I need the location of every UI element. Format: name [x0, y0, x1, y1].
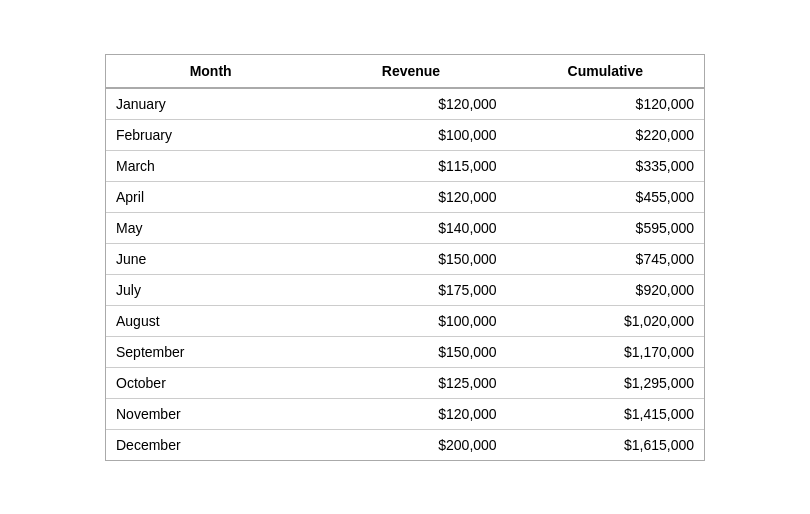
- cell-cumulative: $1,020,000: [507, 305, 704, 336]
- cell-revenue: $150,000: [315, 243, 506, 274]
- table-row: April$120,000$455,000: [106, 181, 704, 212]
- cell-revenue: $150,000: [315, 336, 506, 367]
- cell-month: March: [106, 150, 315, 181]
- cell-month: January: [106, 88, 315, 120]
- cell-month: June: [106, 243, 315, 274]
- cell-month: September: [106, 336, 315, 367]
- cell-month: August: [106, 305, 315, 336]
- cell-month: October: [106, 367, 315, 398]
- cell-cumulative: $1,615,000: [507, 429, 704, 460]
- cell-revenue: $200,000: [315, 429, 506, 460]
- cell-month: April: [106, 181, 315, 212]
- table-row: September$150,000$1,170,000: [106, 336, 704, 367]
- revenue-table: Month Revenue Cumulative January$120,000…: [106, 55, 704, 460]
- cell-revenue: $100,000: [315, 305, 506, 336]
- column-header-month: Month: [106, 55, 315, 88]
- cell-cumulative: $1,415,000: [507, 398, 704, 429]
- table-row: August$100,000$1,020,000: [106, 305, 704, 336]
- cell-month: July: [106, 274, 315, 305]
- cell-cumulative: $1,170,000: [507, 336, 704, 367]
- table-row: February$100,000$220,000: [106, 119, 704, 150]
- column-header-revenue: Revenue: [315, 55, 506, 88]
- cell-revenue: $120,000: [315, 398, 506, 429]
- table-row: December$200,000$1,615,000: [106, 429, 704, 460]
- table-row: June$150,000$745,000: [106, 243, 704, 274]
- cell-month: December: [106, 429, 315, 460]
- table-row: March$115,000$335,000: [106, 150, 704, 181]
- cell-cumulative: $335,000: [507, 150, 704, 181]
- table-row: May$140,000$595,000: [106, 212, 704, 243]
- cell-month: May: [106, 212, 315, 243]
- cell-revenue: $175,000: [315, 274, 506, 305]
- cell-cumulative: $1,295,000: [507, 367, 704, 398]
- cell-revenue: $120,000: [315, 181, 506, 212]
- cell-cumulative: $745,000: [507, 243, 704, 274]
- table-row: January$120,000$120,000: [106, 88, 704, 120]
- cell-month: November: [106, 398, 315, 429]
- cell-revenue: $100,000: [315, 119, 506, 150]
- cell-revenue: $140,000: [315, 212, 506, 243]
- cell-month: February: [106, 119, 315, 150]
- table-header-row: Month Revenue Cumulative: [106, 55, 704, 88]
- revenue-table-container: Month Revenue Cumulative January$120,000…: [105, 54, 705, 461]
- cell-cumulative: $120,000: [507, 88, 704, 120]
- cell-cumulative: $455,000: [507, 181, 704, 212]
- table-row: November$120,000$1,415,000: [106, 398, 704, 429]
- cell-revenue: $115,000: [315, 150, 506, 181]
- table-row: July$175,000$920,000: [106, 274, 704, 305]
- cell-cumulative: $920,000: [507, 274, 704, 305]
- cell-cumulative: $595,000: [507, 212, 704, 243]
- cell-revenue: $125,000: [315, 367, 506, 398]
- cell-revenue: $120,000: [315, 88, 506, 120]
- table-row: October$125,000$1,295,000: [106, 367, 704, 398]
- table-body: January$120,000$120,000February$100,000$…: [106, 88, 704, 460]
- cell-cumulative: $220,000: [507, 119, 704, 150]
- column-header-cumulative: Cumulative: [507, 55, 704, 88]
